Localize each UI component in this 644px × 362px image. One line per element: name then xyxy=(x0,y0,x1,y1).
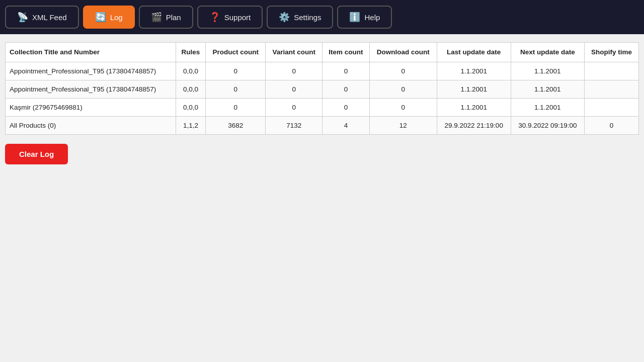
table-cell: 0 xyxy=(266,62,323,80)
table-row: All Products (0)1,1,23682713241229.9.202… xyxy=(6,116,639,134)
table-cell: 3682 xyxy=(206,116,266,134)
table-cell: 1.1.2001 xyxy=(437,98,511,116)
nav-icon-help: ℹ️ xyxy=(349,12,360,23)
table-column-header: Item count xyxy=(323,43,370,62)
table-cell: All Products (0) xyxy=(6,116,176,134)
table-cell: Appointment_Professional_T95 (1738047488… xyxy=(6,80,176,98)
nav-label-log: Log xyxy=(110,13,123,22)
table-column-header: Variant count xyxy=(266,43,323,62)
table-cell: 7132 xyxy=(266,116,323,134)
table-cell: 0 xyxy=(266,98,323,116)
table-cell: 0 xyxy=(206,98,266,116)
table-column-header: Product count xyxy=(206,43,266,62)
table-cell: 4 xyxy=(323,116,370,134)
nav-btn-log[interactable]: 🔄Log xyxy=(83,6,135,29)
log-table: Collection Title and NumberRulesProduct … xyxy=(5,42,639,135)
table-cell: 0 xyxy=(323,62,370,80)
table-cell: 30.9.2022 09:19:00 xyxy=(511,116,585,134)
table-column-header: Shopify time xyxy=(585,43,639,62)
table-cell: 1.1.2001 xyxy=(511,62,585,80)
table-cell: 0 xyxy=(206,62,266,80)
table-cell: 0 xyxy=(369,80,437,98)
nav-icon-settings: ⚙️ xyxy=(279,12,290,23)
table-cell: 29.9.2022 21:19:00 xyxy=(437,116,511,134)
clear-log-button[interactable]: Clear Log xyxy=(5,144,68,164)
table-cell: 0 xyxy=(266,80,323,98)
table-cell: 0 xyxy=(323,80,370,98)
nav-btn-settings[interactable]: ⚙️Settings xyxy=(267,6,333,29)
table-cell xyxy=(585,80,639,98)
nav-label-settings: Settings xyxy=(294,13,321,22)
table-column-header: Download count xyxy=(369,43,437,62)
nav-label-help: Help xyxy=(364,13,380,22)
nav-icon-plan: 🎬 xyxy=(151,12,162,23)
table-cell: 0 xyxy=(369,98,437,116)
nav-btn-support[interactable]: ❓Support xyxy=(197,6,263,29)
nav-icon-log: 🔄 xyxy=(95,12,106,23)
table-row: Kaşmir (279675469881)0,0,000001.1.20011.… xyxy=(6,98,639,116)
table-cell: 1,1,2 xyxy=(176,116,205,134)
table-column-header: Collection Title and Number xyxy=(6,43,176,62)
nav-label-xml-feed: XML Feed xyxy=(32,13,67,22)
nav-icon-xml-feed: 📡 xyxy=(17,12,28,23)
table-cell: 0 xyxy=(369,62,437,80)
table-cell: Appointment_Professional_T95 (1738047488… xyxy=(6,62,176,80)
table-row: Appointment_Professional_T95 (1738047488… xyxy=(6,80,639,98)
table-cell: 1.1.2001 xyxy=(511,80,585,98)
table-cell: 1.1.2001 xyxy=(511,98,585,116)
table-cell: 1.1.2001 xyxy=(437,80,511,98)
table-column-header: Last update date xyxy=(437,43,511,62)
table-column-header: Next update date xyxy=(511,43,585,62)
main-content: Collection Title and NumberRulesProduct … xyxy=(0,34,644,172)
table-cell: 0 xyxy=(206,80,266,98)
table-cell: 0,0,0 xyxy=(176,98,205,116)
table-cell: 0 xyxy=(323,98,370,116)
table-column-header: Rules xyxy=(176,43,205,62)
table-cell: Kaşmir (279675469881) xyxy=(6,98,176,116)
table-body: Appointment_Professional_T95 (1738047488… xyxy=(6,62,639,134)
table-cell xyxy=(585,98,639,116)
table-cell: 0 xyxy=(585,116,639,134)
nav-btn-help[interactable]: ℹ️Help xyxy=(337,6,392,29)
table-cell: 0,0,0 xyxy=(176,62,205,80)
nav-icon-support: ❓ xyxy=(209,12,220,23)
table-cell: 12 xyxy=(369,116,437,134)
navbar: 📡XML Feed🔄Log🎬Plan❓Support⚙️Settingsℹ️He… xyxy=(0,0,644,34)
nav-label-support: Support xyxy=(224,13,251,22)
nav-label-plan: Plan xyxy=(166,13,181,22)
nav-btn-xml-feed[interactable]: 📡XML Feed xyxy=(5,6,79,29)
table-cell xyxy=(585,62,639,80)
table-cell: 0,0,0 xyxy=(176,80,205,98)
table-cell: 1.1.2001 xyxy=(437,62,511,80)
table-row: Appointment_Professional_T95 (1738047488… xyxy=(6,62,639,80)
table-header: Collection Title and NumberRulesProduct … xyxy=(6,43,639,62)
nav-btn-plan[interactable]: 🎬Plan xyxy=(139,6,193,29)
